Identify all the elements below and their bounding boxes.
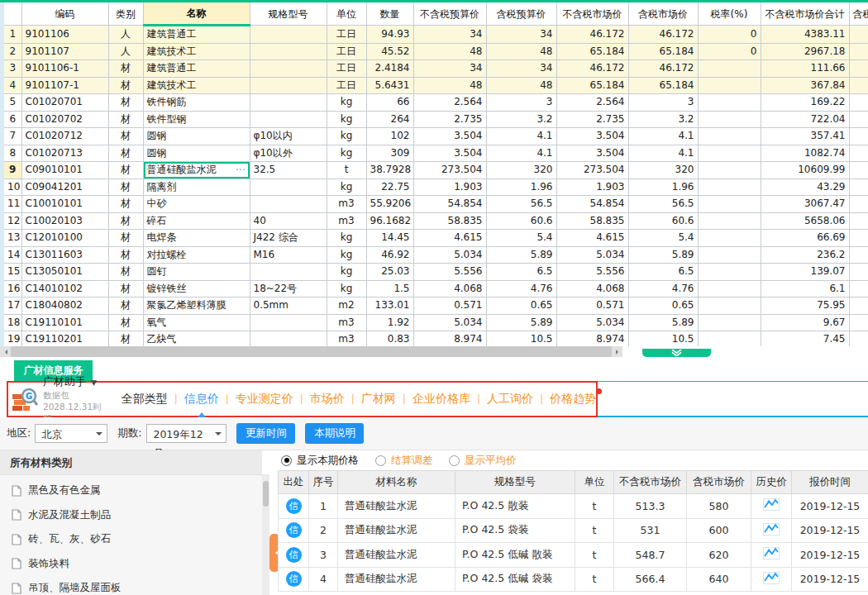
- grid-cell[interactable]: 9.67: [761, 314, 849, 331]
- grid-cell[interactable]: 5.034: [556, 246, 628, 264]
- grid-cell[interactable]: 材: [108, 230, 143, 247]
- info-price-row[interactable]: 信3普通硅酸盐水泥P.O 42.5 低碱 散装t548.76202019-12-…: [279, 543, 868, 568]
- grid-cell[interactable]: 34: [486, 26, 556, 44]
- info-source-icon[interactable]: 信: [286, 547, 302, 563]
- grid-cell[interactable]: 建筑普通工: [143, 26, 250, 44]
- grid-cell[interactable]: [250, 178, 327, 196]
- grid-cell[interactable]: [250, 77, 327, 94]
- grid-cell[interactable]: 55.9206: [366, 196, 413, 213]
- grid-cell[interactable]: 0.571: [413, 298, 486, 315]
- grid-cell[interactable]: 48: [486, 77, 556, 94]
- scroll-left-button[interactable]: [0, 346, 11, 357]
- grid-cell[interactable]: 5.89: [486, 314, 556, 331]
- grid-cell[interactable]: 0.83: [366, 331, 413, 347]
- row-number-cell[interactable]: 11: [4, 196, 21, 213]
- grid-cell[interactable]: [698, 264, 761, 281]
- region-select[interactable]: 北京: [35, 424, 107, 443]
- grid-cell[interactable]: 0.571: [556, 298, 628, 315]
- row-number-cell[interactable]: 9: [4, 162, 21, 179]
- grid-cell[interactable]: [698, 162, 761, 179]
- grid-cell[interactable]: 工日: [327, 60, 366, 78]
- row-number-cell[interactable]: 5: [4, 94, 21, 112]
- grid-cell[interactable]: 8.974: [556, 331, 628, 347]
- grid-cell[interactable]: [849, 26, 868, 44]
- grid-cell[interactable]: [849, 212, 868, 230]
- grid-cell[interactable]: 58.835: [413, 212, 486, 230]
- grid-cell[interactable]: 材: [108, 331, 143, 347]
- history-price-chart-icon[interactable]: [763, 547, 780, 562]
- grid-cell[interactable]: 9101106: [21, 26, 108, 44]
- grid-cell[interactable]: C19110201: [21, 331, 108, 347]
- row-number-cell[interactable]: 18: [4, 314, 21, 331]
- top-col-header-13[interactable]: 含税市场价合计: [849, 2, 868, 26]
- grid-cell[interactable]: 工日: [327, 77, 366, 94]
- top-col-header-6[interactable]: 数量: [366, 2, 413, 26]
- grid-cell[interactable]: 34: [413, 60, 486, 78]
- grid-cell[interactable]: [849, 331, 868, 347]
- grid-cell[interactable]: t: [327, 162, 366, 179]
- grid-cell[interactable]: 3.504: [413, 145, 486, 162]
- grid-cell[interactable]: 4.1: [628, 128, 698, 145]
- grid-cell[interactable]: 0.65: [486, 298, 556, 315]
- grid-cell[interactable]: 碎石: [143, 212, 250, 230]
- grid-cell[interactable]: [698, 196, 761, 213]
- grid-cell[interactable]: m3: [327, 212, 366, 230]
- grid-cell[interactable]: 材: [108, 280, 143, 298]
- grid-cell[interactable]: 0: [698, 26, 761, 44]
- grid-cell[interactable]: kg: [327, 230, 366, 247]
- grid-cell[interactable]: 60.6: [628, 212, 698, 230]
- grid-cell[interactable]: 1.96: [628, 178, 698, 196]
- top-col-header-8[interactable]: 含税预算价: [486, 2, 556, 26]
- grid-cell[interactable]: 309: [366, 145, 413, 162]
- grid-cell[interactable]: 10.5: [628, 331, 698, 347]
- top-col-header-2[interactable]: 类别: [108, 2, 143, 26]
- cell-more-button[interactable]: ⋯: [236, 162, 246, 178]
- grid-cell[interactable]: 102: [366, 128, 413, 145]
- grid-cell[interactable]: [698, 212, 761, 230]
- grid-cell[interactable]: [849, 314, 868, 331]
- grid-cell[interactable]: [849, 77, 868, 94]
- grid-cell[interactable]: 5.4: [628, 230, 698, 247]
- grid-cell[interactable]: [849, 43, 868, 60]
- grid-cell[interactable]: [250, 111, 327, 128]
- tab-价格趋势[interactable]: 价格趋势: [550, 392, 596, 407]
- grid-cell[interactable]: [250, 94, 327, 112]
- row-number-cell[interactable]: 12: [4, 212, 21, 230]
- grid-cell[interactable]: 人: [108, 26, 143, 44]
- grid-cell[interactable]: 5.034: [556, 314, 628, 331]
- grid-cell[interactable]: [849, 111, 868, 128]
- grid-cell[interactable]: 材: [108, 298, 143, 315]
- grid-cell[interactable]: 电焊条: [143, 230, 250, 247]
- grid-cell[interactable]: 3.504: [556, 145, 628, 162]
- history-price-chart-icon[interactable]: [763, 572, 780, 587]
- grid-cell[interactable]: 中砂: [143, 196, 250, 213]
- grid-cell[interactable]: 66: [366, 94, 413, 112]
- tab-人工询价[interactable]: 人工询价: [487, 392, 533, 407]
- grid-cell[interactable]: 材: [108, 145, 143, 162]
- top-col-header-10[interactable]: 含税市场价: [628, 2, 698, 26]
- display-option-显示平均价[interactable]: 显示平均价: [446, 454, 517, 468]
- grid-cell[interactable]: [250, 26, 327, 44]
- grid-cell[interactable]: 5.89: [486, 246, 556, 264]
- grid-cell[interactable]: [698, 314, 761, 331]
- chevron-down-icon[interactable]: ▼: [91, 378, 97, 387]
- grid-cell[interactable]: 3.504: [556, 128, 628, 145]
- info-price-row[interactable]: 信1普通硅酸盐水泥P.O 42.5 散装t513.35802019-12-15: [279, 494, 868, 519]
- grid-cell[interactable]: 圆钢: [143, 128, 250, 145]
- period-select[interactable]: 2019年12月: [146, 424, 227, 443]
- grid-cell[interactable]: 320: [486, 162, 556, 179]
- tab-市场价[interactable]: 市场价: [310, 392, 345, 407]
- grid-cell[interactable]: 5.4: [486, 230, 556, 247]
- grid-cell[interactable]: 材: [108, 264, 143, 281]
- grid-cell[interactable]: M16: [250, 246, 327, 264]
- grid-cell[interactable]: 66.69: [761, 230, 849, 247]
- grid-cell[interactable]: kg: [327, 246, 366, 264]
- grid-cell[interactable]: C14010102: [21, 280, 108, 298]
- grid-cell[interactable]: 46.92: [366, 246, 413, 264]
- grid-cell[interactable]: 96.1682: [366, 212, 413, 230]
- grid-cell[interactable]: 1.903: [413, 178, 486, 196]
- grid-cell[interactable]: [250, 331, 327, 347]
- grid-cell[interactable]: 2.564: [556, 94, 628, 112]
- grid-cell[interactable]: [849, 145, 868, 162]
- grid-cell[interactable]: 65.184: [628, 77, 698, 94]
